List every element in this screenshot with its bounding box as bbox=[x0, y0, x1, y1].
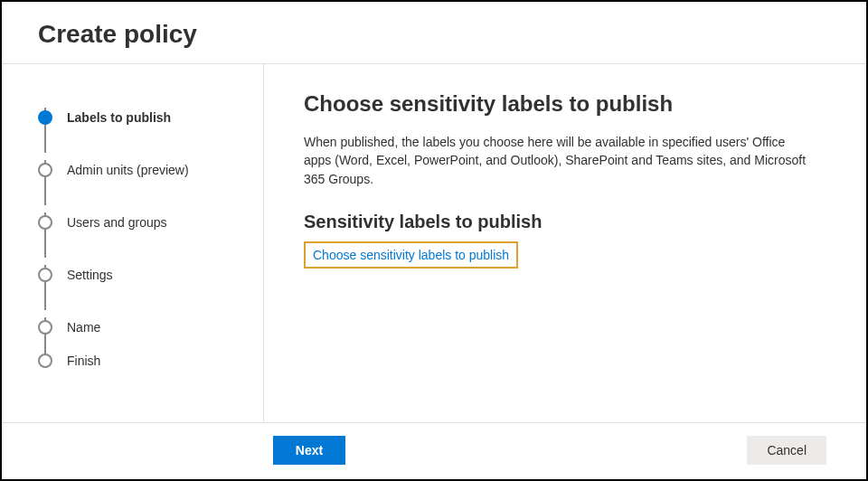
page-title: Create policy bbox=[38, 20, 830, 49]
body: Labels to publish Admin units (preview) … bbox=[2, 64, 866, 422]
step-marker-icon bbox=[38, 320, 52, 335]
main-heading: Choose sensitivity labels to publish bbox=[304, 91, 826, 117]
step-marker-icon bbox=[38, 354, 52, 368]
step-label: Admin units (preview) bbox=[67, 163, 189, 177]
step-marker-icon bbox=[38, 110, 52, 125]
step-labels-to-publish[interactable]: Labels to publish bbox=[38, 91, 245, 144]
step-label: Settings bbox=[67, 268, 113, 282]
step-marker-icon bbox=[38, 215, 52, 230]
main-content: Choose sensitivity labels to publish Whe… bbox=[264, 64, 866, 422]
next-button[interactable]: Next bbox=[273, 436, 345, 465]
cancel-button[interactable]: Cancel bbox=[747, 436, 826, 465]
step-marker-icon bbox=[38, 163, 52, 177]
step-list: Labels to publish Admin units (preview) … bbox=[38, 91, 245, 368]
header: Create policy bbox=[2, 2, 866, 64]
choose-labels-link[interactable]: Choose sensitivity labels to publish bbox=[313, 248, 509, 262]
step-label: Name bbox=[67, 320, 100, 335]
main-description: When published, the labels you choose he… bbox=[304, 133, 810, 188]
step-label: Labels to publish bbox=[67, 110, 171, 125]
sub-heading: Sensitivity labels to publish bbox=[304, 212, 826, 232]
step-label: Users and groups bbox=[67, 215, 167, 230]
footer: Next Cancel bbox=[2, 422, 866, 479]
step-marker-icon bbox=[38, 268, 52, 282]
step-finish[interactable]: Finish bbox=[38, 354, 245, 368]
step-label: Finish bbox=[67, 354, 100, 368]
choose-labels-highlight: Choose sensitivity labels to publish bbox=[304, 241, 518, 269]
step-admin-units[interactable]: Admin units (preview) bbox=[38, 144, 245, 196]
step-users-and-groups[interactable]: Users and groups bbox=[38, 196, 245, 249]
wizard-sidebar: Labels to publish Admin units (preview) … bbox=[2, 64, 264, 422]
step-settings[interactable]: Settings bbox=[38, 249, 245, 301]
step-name[interactable]: Name bbox=[38, 301, 245, 354]
